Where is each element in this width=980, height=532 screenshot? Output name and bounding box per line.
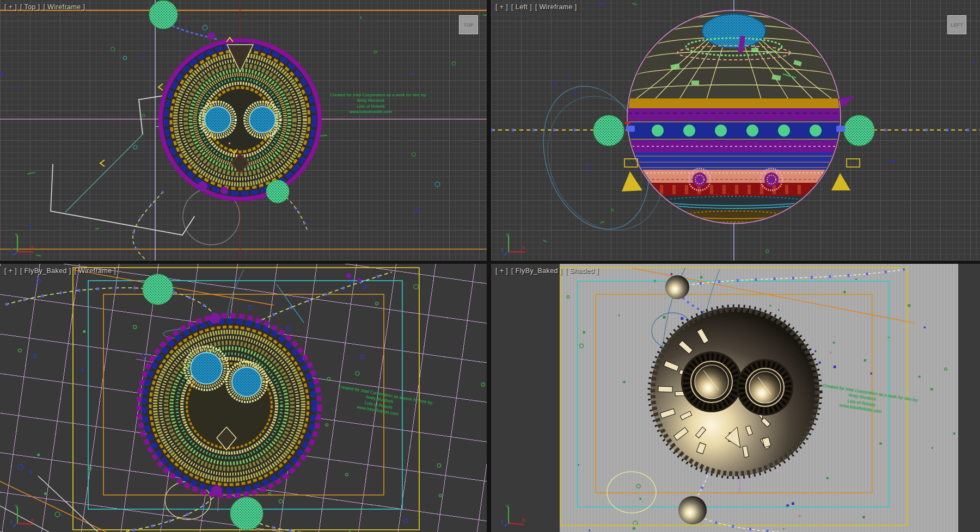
viewport-layout: [ + ] [ Top ] [ Wireframe ] TOP Created … — [0, 0, 980, 532]
viewport-menu-general[interactable]: [ + ] — [4, 267, 17, 275]
viewport-menu-pov[interactable]: [ Left ] — [511, 3, 532, 11]
sphere-cap — [702, 14, 765, 48]
viewcube[interactable]: TOP — [459, 15, 478, 34]
viewcube-face-label: TOP — [463, 22, 473, 28]
viewport-label[interactable]: [ + ] [ Left ] [ Wireframe ] — [495, 3, 578, 11]
wireframe-sphere — [622, 10, 855, 226]
svg-text:Y: Y — [506, 232, 509, 238]
svg-text:X: X — [30, 245, 34, 250]
eye-right — [737, 359, 793, 416]
wireframe-sphere — [161, 40, 320, 199]
viewport-flyby-shaded[interactable]: [ + ] [ FlyBy_Baked ] [ Shaded ] Created… — [491, 264, 980, 532]
viewcube-face-label: LEFT — [951, 22, 963, 28]
credit-text: Created for Intel Corporation as a work … — [330, 92, 412, 115]
viewport-label[interactable]: [ + ] [ FlyBy_Baked ] [ Shaded ] — [495, 267, 600, 275]
top-viewport-scene — [0, 0, 487, 261]
viewport-menu-pov[interactable]: [ FlyBy_Baked ] — [511, 267, 562, 275]
svg-text:Y: Y — [15, 232, 18, 238]
svg-text:Y: Y — [15, 504, 18, 509]
purple-arm — [838, 96, 855, 108]
viewport-menu-shading[interactable]: [ Wireframe ] — [535, 3, 577, 11]
svg-text:X: X — [522, 517, 525, 523]
svg-text:Z: Z — [501, 248, 504, 253]
viewport-menu-pov[interactable]: [ Top ] — [20, 3, 40, 11]
yellow-fin — [831, 173, 850, 190]
viewcube[interactable]: LEFT — [947, 15, 966, 34]
satellite-ball — [665, 275, 689, 299]
world-axis-gizmo: Y X Z — [9, 503, 37, 529]
svg-text:X: X — [522, 245, 525, 250]
viewport-menu-general[interactable]: [ + ] — [495, 267, 508, 275]
yellow-fin — [622, 171, 642, 191]
wireframe-sphere — [139, 316, 320, 496]
viewport-menu-pov[interactable]: [ FlyBy_Baked ] — [20, 267, 71, 275]
viewport-left[interactable]: [ + ] [ Left ] [ Wireframe ] LEFT Y X Z — [491, 0, 980, 261]
viewport-top[interactable]: [ + ] [ Top ] [ Wireframe ] TOP Created … — [0, 0, 487, 261]
eye-left — [681, 351, 742, 412]
left-viewport-scene — [491, 0, 980, 261]
viewport-label[interactable]: [ + ] [ Top ] [ Wireframe ] — [4, 3, 86, 11]
viewport-flyby-wireframe[interactable]: [ + ] [ FlyBy_Baked ] [ Wireframe ] Crea… — [0, 264, 487, 532]
svg-text:Z: Z — [10, 519, 13, 524]
svg-text:Y: Y — [506, 504, 509, 509]
satellite-ball — [678, 496, 707, 524]
world-axis-gizmo: Y X Z — [9, 231, 37, 257]
world-axis-gizmo: Y X Z — [500, 503, 528, 529]
svg-text:Z: Z — [501, 519, 504, 524]
viewport-menu-shading[interactable]: [ Shaded ] — [566, 267, 599, 275]
world-axis-gizmo: Y X Z — [500, 231, 528, 257]
viewport-menu-shading[interactable]: [ Wireframe ] — [75, 267, 117, 275]
viewport-menu-general[interactable]: [ + ] — [495, 3, 508, 11]
viewport-menu-shading[interactable]: [ Wireframe ] — [44, 3, 85, 11]
svg-text:Z: Z — [10, 248, 13, 253]
viewport-label[interactable]: [ + ] [ FlyBy_Baked ] [ Wireframe ] — [4, 267, 117, 275]
viewport-menu-general[interactable]: [ + ] — [4, 3, 17, 11]
svg-text:X: X — [30, 517, 34, 523]
